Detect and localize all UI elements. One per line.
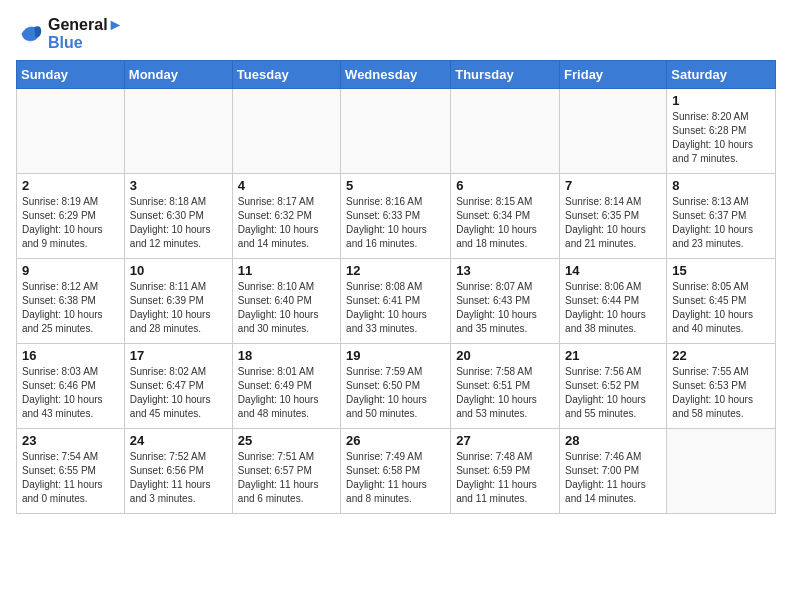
day-info: Sunrise: 8:18 AMSunset: 6:30 PMDaylight:… — [130, 195, 227, 251]
day-number: 17 — [130, 348, 227, 363]
day-number: 6 — [456, 178, 554, 193]
calendar-day-cell: 17Sunrise: 8:02 AMSunset: 6:47 PMDayligh… — [124, 344, 232, 429]
calendar-day-cell: 19Sunrise: 7:59 AMSunset: 6:50 PMDayligh… — [341, 344, 451, 429]
calendar-week-row: 16Sunrise: 8:03 AMSunset: 6:46 PMDayligh… — [17, 344, 776, 429]
calendar-day-cell: 4Sunrise: 8:17 AMSunset: 6:32 PMDaylight… — [232, 174, 340, 259]
calendar-day-cell — [341, 89, 451, 174]
day-number: 1 — [672, 93, 770, 108]
day-number: 16 — [22, 348, 119, 363]
day-number: 12 — [346, 263, 445, 278]
day-info: Sunrise: 8:06 AMSunset: 6:44 PMDaylight:… — [565, 280, 661, 336]
day-number: 22 — [672, 348, 770, 363]
day-info: Sunrise: 8:07 AMSunset: 6:43 PMDaylight:… — [456, 280, 554, 336]
day-number: 2 — [22, 178, 119, 193]
calendar-day-cell: 25Sunrise: 7:51 AMSunset: 6:57 PMDayligh… — [232, 429, 340, 514]
page: General► Blue SundayMondayTuesdayWednesd… — [0, 0, 792, 530]
day-info: Sunrise: 8:19 AMSunset: 6:29 PMDaylight:… — [22, 195, 119, 251]
calendar-header-row: SundayMondayTuesdayWednesdayThursdayFrid… — [17, 61, 776, 89]
calendar-day-cell: 22Sunrise: 7:55 AMSunset: 6:53 PMDayligh… — [667, 344, 776, 429]
day-info: Sunrise: 8:08 AMSunset: 6:41 PMDaylight:… — [346, 280, 445, 336]
logo-icon — [16, 20, 44, 48]
day-info: Sunrise: 8:20 AMSunset: 6:28 PMDaylight:… — [672, 110, 770, 166]
calendar-day-cell — [124, 89, 232, 174]
calendar-day-cell: 18Sunrise: 8:01 AMSunset: 6:49 PMDayligh… — [232, 344, 340, 429]
calendar-week-row: 23Sunrise: 7:54 AMSunset: 6:55 PMDayligh… — [17, 429, 776, 514]
day-number: 5 — [346, 178, 445, 193]
calendar-day-cell: 10Sunrise: 8:11 AMSunset: 6:39 PMDayligh… — [124, 259, 232, 344]
calendar-day-cell: 6Sunrise: 8:15 AMSunset: 6:34 PMDaylight… — [451, 174, 560, 259]
logo: General► Blue — [16, 16, 123, 52]
day-number: 4 — [238, 178, 335, 193]
calendar-day-cell: 11Sunrise: 8:10 AMSunset: 6:40 PMDayligh… — [232, 259, 340, 344]
calendar-day-cell: 14Sunrise: 8:06 AMSunset: 6:44 PMDayligh… — [560, 259, 667, 344]
calendar-day-cell: 27Sunrise: 7:48 AMSunset: 6:59 PMDayligh… — [451, 429, 560, 514]
day-info: Sunrise: 8:17 AMSunset: 6:32 PMDaylight:… — [238, 195, 335, 251]
weekday-header: Friday — [560, 61, 667, 89]
weekday-header: Tuesday — [232, 61, 340, 89]
day-info: Sunrise: 8:15 AMSunset: 6:34 PMDaylight:… — [456, 195, 554, 251]
day-info: Sunrise: 7:56 AMSunset: 6:52 PMDaylight:… — [565, 365, 661, 421]
day-info: Sunrise: 7:55 AMSunset: 6:53 PMDaylight:… — [672, 365, 770, 421]
calendar-day-cell: 8Sunrise: 8:13 AMSunset: 6:37 PMDaylight… — [667, 174, 776, 259]
calendar-day-cell: 13Sunrise: 8:07 AMSunset: 6:43 PMDayligh… — [451, 259, 560, 344]
day-number: 10 — [130, 263, 227, 278]
calendar-day-cell: 3Sunrise: 8:18 AMSunset: 6:30 PMDaylight… — [124, 174, 232, 259]
day-info: Sunrise: 8:16 AMSunset: 6:33 PMDaylight:… — [346, 195, 445, 251]
calendar-day-cell: 23Sunrise: 7:54 AMSunset: 6:55 PMDayligh… — [17, 429, 125, 514]
day-number: 8 — [672, 178, 770, 193]
day-number: 23 — [22, 433, 119, 448]
day-number: 24 — [130, 433, 227, 448]
calendar-day-cell: 9Sunrise: 8:12 AMSunset: 6:38 PMDaylight… — [17, 259, 125, 344]
weekday-header: Monday — [124, 61, 232, 89]
day-info: Sunrise: 7:46 AMSunset: 7:00 PMDaylight:… — [565, 450, 661, 506]
calendar-day-cell — [667, 429, 776, 514]
day-number: 21 — [565, 348, 661, 363]
calendar-day-cell — [232, 89, 340, 174]
logo-text: General► Blue — [48, 16, 123, 52]
day-number: 18 — [238, 348, 335, 363]
day-info: Sunrise: 8:01 AMSunset: 6:49 PMDaylight:… — [238, 365, 335, 421]
calendar-day-cell — [451, 89, 560, 174]
day-info: Sunrise: 7:52 AMSunset: 6:56 PMDaylight:… — [130, 450, 227, 506]
calendar-day-cell: 21Sunrise: 7:56 AMSunset: 6:52 PMDayligh… — [560, 344, 667, 429]
day-info: Sunrise: 8:03 AMSunset: 6:46 PMDaylight:… — [22, 365, 119, 421]
calendar-week-row: 9Sunrise: 8:12 AMSunset: 6:38 PMDaylight… — [17, 259, 776, 344]
day-number: 13 — [456, 263, 554, 278]
day-info: Sunrise: 7:54 AMSunset: 6:55 PMDaylight:… — [22, 450, 119, 506]
day-info: Sunrise: 8:12 AMSunset: 6:38 PMDaylight:… — [22, 280, 119, 336]
calendar-day-cell: 2Sunrise: 8:19 AMSunset: 6:29 PMDaylight… — [17, 174, 125, 259]
day-number: 25 — [238, 433, 335, 448]
day-info: Sunrise: 8:14 AMSunset: 6:35 PMDaylight:… — [565, 195, 661, 251]
day-info: Sunrise: 7:59 AMSunset: 6:50 PMDaylight:… — [346, 365, 445, 421]
calendar-day-cell: 16Sunrise: 8:03 AMSunset: 6:46 PMDayligh… — [17, 344, 125, 429]
weekday-header: Sunday — [17, 61, 125, 89]
calendar-table: SundayMondayTuesdayWednesdayThursdayFrid… — [16, 60, 776, 514]
day-number: 27 — [456, 433, 554, 448]
calendar-day-cell: 1Sunrise: 8:20 AMSunset: 6:28 PMDaylight… — [667, 89, 776, 174]
day-number: 7 — [565, 178, 661, 193]
day-info: Sunrise: 7:49 AMSunset: 6:58 PMDaylight:… — [346, 450, 445, 506]
day-info: Sunrise: 8:13 AMSunset: 6:37 PMDaylight:… — [672, 195, 770, 251]
weekday-header: Thursday — [451, 61, 560, 89]
day-number: 11 — [238, 263, 335, 278]
calendar-day-cell: 28Sunrise: 7:46 AMSunset: 7:00 PMDayligh… — [560, 429, 667, 514]
calendar-day-cell: 12Sunrise: 8:08 AMSunset: 6:41 PMDayligh… — [341, 259, 451, 344]
day-number: 3 — [130, 178, 227, 193]
day-number: 28 — [565, 433, 661, 448]
calendar-day-cell: 7Sunrise: 8:14 AMSunset: 6:35 PMDaylight… — [560, 174, 667, 259]
calendar-week-row: 1Sunrise: 8:20 AMSunset: 6:28 PMDaylight… — [17, 89, 776, 174]
day-info: Sunrise: 8:05 AMSunset: 6:45 PMDaylight:… — [672, 280, 770, 336]
day-number: 20 — [456, 348, 554, 363]
day-info: Sunrise: 8:10 AMSunset: 6:40 PMDaylight:… — [238, 280, 335, 336]
calendar-day-cell: 20Sunrise: 7:58 AMSunset: 6:51 PMDayligh… — [451, 344, 560, 429]
header: General► Blue — [16, 16, 776, 52]
day-number: 26 — [346, 433, 445, 448]
calendar-day-cell — [17, 89, 125, 174]
day-number: 14 — [565, 263, 661, 278]
day-number: 9 — [22, 263, 119, 278]
calendar-day-cell: 26Sunrise: 7:49 AMSunset: 6:58 PMDayligh… — [341, 429, 451, 514]
day-info: Sunrise: 8:02 AMSunset: 6:47 PMDaylight:… — [130, 365, 227, 421]
day-info: Sunrise: 7:48 AMSunset: 6:59 PMDaylight:… — [456, 450, 554, 506]
calendar-day-cell — [560, 89, 667, 174]
calendar-day-cell: 15Sunrise: 8:05 AMSunset: 6:45 PMDayligh… — [667, 259, 776, 344]
